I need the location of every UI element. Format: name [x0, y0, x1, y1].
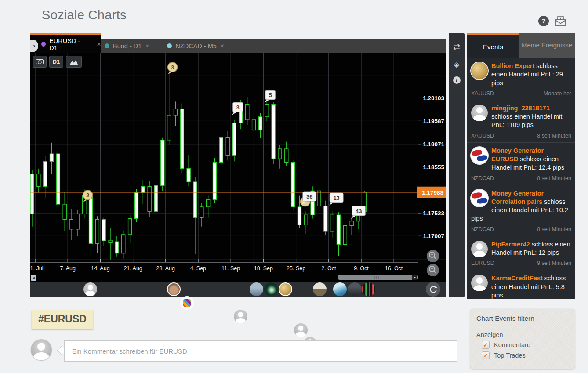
timeframe-button[interactable]: D1 [49, 56, 63, 68]
social-charts-page: Soziale Charts ? Bund - D1 ✕ NZDCAD - M5… [0, 0, 588, 373]
trader-avatar[interactable] [250, 282, 263, 296]
compare-arrows-icon[interactable]: ⇄ [449, 42, 465, 52]
filter-option-kommentare[interactable]: ✓ Kommentare [482, 341, 569, 349]
svg-text:31. Jul: 31. Jul [30, 265, 43, 272]
crosshair-icon[interactable]: ◈ [449, 60, 465, 69]
close-icon[interactable]: ✕ [145, 43, 149, 49]
zoom-out-button[interactable] [427, 264, 439, 276]
divider [451, 57, 462, 57]
chart-events-filter-panel: Chart Events filtern Anzeigen ✓ Kommenta… [470, 309, 575, 369]
svg-text:9. Oct: 9. Oct [354, 265, 369, 272]
symbol-hashtag[interactable]: #EURUSD [32, 310, 93, 329]
event-item[interactable]: Money Generator EURUSD schloss einen Han… [467, 143, 575, 185]
svg-text:1.20103: 1.20103 [423, 95, 444, 101]
chart-widget: Bund - D1 ✕ NZDCAD - M5 ✕ EURUSD - D1 ✕ … [30, 33, 446, 297]
refresh-button[interactable] [426, 282, 440, 297]
trader-name[interactable]: mingjing_22818171 [491, 105, 550, 112]
instrument-dot-icon [167, 43, 172, 48]
event-time: 9 seit Minuten [537, 260, 571, 266]
trader-avatar[interactable] [279, 282, 292, 296]
trader-avatar[interactable] [471, 275, 488, 291]
event-symbol: NZDCAD [471, 175, 494, 181]
event-item[interactable]: mingjing_22818171 schloss einen Handel m… [467, 100, 575, 143]
svg-text:3: 3 [236, 104, 239, 111]
trader-avatar[interactable] [471, 190, 488, 206]
tab-events[interactable]: Events [467, 33, 519, 58]
trader-avatar[interactable] [264, 282, 278, 296]
invite-envelope-icon[interactable] [555, 16, 566, 28]
trader-avatar[interactable] [471, 147, 488, 164]
svg-text:1.17523: 1.17523 [423, 210, 444, 217]
event-time: Monate her [544, 91, 571, 97]
candlestick-chart[interactable]: 31. Jul7. Aug14. Aug21. Aug28. Aug4. Sep… [30, 53, 446, 282]
filter-option-top-trades[interactable]: ✓ Top Trades [482, 351, 569, 359]
area-chart-icon [69, 59, 78, 65]
close-icon[interactable]: ✕ [97, 41, 101, 47]
svg-text:14. Aug: 14. Aug [91, 265, 109, 272]
tab-nzdcad-m5[interactable]: NZDCAD - M5 ✕ [167, 43, 225, 50]
trade-count-badge[interactable]: 5 [265, 90, 276, 103]
trader-name[interactable]: Bullion Expert [491, 62, 534, 69]
events-sidebar: Events Meine Ereignisse Bullion Expert s… [467, 33, 575, 299]
scrollbar-grip-icon [374, 276, 379, 279]
filter-show-label: Anzeigen [476, 331, 569, 338]
trader-avatar[interactable] [313, 282, 327, 296]
trade-count-badge[interactable]: 13 [329, 193, 343, 206]
page-title: Soziale Charts [42, 8, 127, 22]
divider [451, 91, 462, 91]
comment-badge[interactable]: 3 [168, 62, 178, 75]
trader-name[interactable]: Money Generator Correlation pairs [491, 190, 544, 205]
svg-text:43: 43 [356, 208, 362, 214]
trader-avatar[interactable] [471, 105, 488, 121]
close-icon[interactable]: ✕ [220, 43, 225, 49]
event-item[interactable]: PipFarmer42 schloss einen Handel mit PnL… [467, 236, 575, 271]
magnifier-plus-icon [427, 250, 439, 262]
help-icon[interactable]: ? [538, 16, 549, 26]
event-time: 8 seit Minuten [537, 133, 571, 139]
info-icon[interactable]: i [449, 76, 465, 84]
trader-avatar[interactable] [180, 296, 194, 310]
tab-meine-ereignisse[interactable]: Meine Ereignisse [519, 33, 575, 58]
tab-eurusd-d1[interactable]: EURUSD - D1 ✕ [30, 33, 101, 53]
svg-text:4. Sep: 4. Sep [190, 265, 206, 272]
trader-avatar[interactable] [167, 282, 181, 296]
checkbox-checked-icon[interactable]: ✓ [482, 341, 490, 349]
tab-label: EURUSD - D1 [49, 37, 87, 51]
zoom-in-button[interactable] [427, 250, 439, 262]
trader-avatar[interactable] [234, 310, 247, 323]
trader-avatar[interactable] [294, 323, 308, 337]
event-item[interactable]: Bullion Expert schloss einen Handel mit … [467, 58, 575, 100]
svg-text:3: 3 [171, 65, 174, 71]
chart-type-button[interactable] [66, 56, 82, 68]
svg-text:36: 36 [306, 193, 312, 200]
trader-avatar[interactable] [362, 282, 375, 296]
trader-avatar[interactable] [83, 282, 97, 296]
tab-label: NZDCAD - M5 [175, 43, 216, 50]
svg-text:7. Aug: 7. Aug [60, 265, 75, 272]
instrument-dot-icon [105, 43, 109, 48]
trader-avatar[interactable] [471, 241, 488, 257]
checkbox-checked-icon[interactable]: ✓ [482, 351, 490, 359]
svg-text:28. Aug: 28. Aug [156, 265, 175, 272]
svg-text:1.19071: 1.19071 [423, 141, 444, 148]
svg-text:25. Sep: 25. Sep [287, 265, 305, 272]
event-symbol: XAUUSD [471, 133, 494, 139]
event-item[interactable]: Money Generator Correlation pairs schlos… [467, 185, 575, 236]
refresh-icon [429, 285, 438, 294]
chart-plot-area[interactable]: 31. Jul7. Aug14. Aug21. Aug28. Aug4. Sep… [30, 53, 446, 282]
trader-name[interactable]: KarmaCreditFast [491, 275, 543, 282]
event-item[interactable]: KarmaCreditFast schloss einen Handel mit… [467, 270, 575, 299]
trader-avatar[interactable] [348, 282, 362, 296]
tab-label: Bund - D1 [113, 43, 142, 50]
comment-input[interactable] [65, 341, 457, 361]
scroll-right-button[interactable]: ▸ [412, 275, 417, 280]
trader-name[interactable]: PipFarmer42 [491, 241, 530, 248]
svg-text:1.18555: 1.18555 [423, 164, 444, 170]
chart-scrollbar[interactable]: ▸ [338, 275, 418, 280]
tab-bund-d1[interactable]: Bund - D1 ✕ [105, 43, 149, 50]
trader-avatar[interactable] [471, 62, 488, 79]
trader-avatar[interactable] [333, 282, 347, 296]
price-display-button[interactable] [33, 56, 47, 68]
scroll-left-button[interactable]: ◂ [31, 275, 36, 281]
chart-side-toolbar: ⇄ ◈ i [449, 33, 465, 297]
